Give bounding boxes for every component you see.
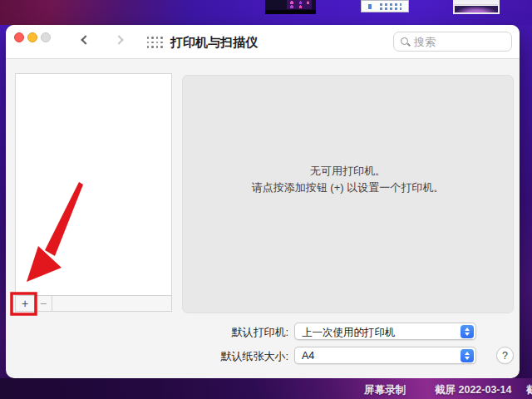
empty-state-line1: 无可用打印机。 — [183, 163, 513, 180]
screen-recording-label[interactable]: 屏幕录制 — [364, 383, 406, 397]
add-printer-button[interactable]: + — [16, 296, 35, 311]
thumbnail-icon — [368, 4, 372, 9]
chevron-right-icon — [114, 35, 123, 44]
printer-list-toolbar: + − — [15, 295, 172, 312]
thumbnail-text-row — [380, 3, 401, 6]
close-button[interactable] — [14, 32, 24, 42]
thumbnail-icons — [287, 0, 312, 9]
window-thumbnail-screenshot[interactable] — [453, 0, 500, 14]
search-field[interactable] — [393, 32, 512, 52]
search-icon — [401, 37, 408, 45]
titlebar: 打印机与扫描仪 — [6, 25, 520, 59]
minimize-button[interactable] — [27, 32, 37, 42]
window-thumbnail-dark[interactable] — [265, 0, 316, 14]
screenshot-label[interactable]: 截屏 2022-03-14 — [435, 383, 511, 397]
show-all-preferences-icon[interactable] — [145, 36, 164, 49]
default-paper-value: A4 — [302, 350, 314, 362]
thumbnail-titlebar — [455, 2, 498, 5]
thumbnail-content — [455, 6, 498, 12]
stepper-icon — [461, 349, 474, 362]
zoom-button-disabled — [41, 32, 51, 42]
stepper-icon — [461, 325, 474, 338]
default-paper-dropdown[interactable]: A4 — [294, 347, 476, 364]
chevron-left-icon — [81, 35, 90, 44]
page-title: 打印机与扫描仪 — [170, 35, 258, 51]
desktop-wallpaper-bottom: 屏幕录制 截屏 2022-03-14 截 — [0, 378, 532, 399]
forward-button[interactable] — [109, 32, 127, 51]
default-printer-value: 上一次使用的打印机 — [302, 326, 396, 340]
default-printer-dropdown[interactable]: 上一次使用的打印机 — [294, 323, 476, 340]
remove-printer-button[interactable]: − — [35, 296, 52, 311]
empty-state-line2: 请点按添加按钮 (+) 以设置一个打印机。 — [183, 180, 513, 196]
empty-state-message: 无可用打印机。 请点按添加按钮 (+) 以设置一个打印机。 — [183, 163, 513, 196]
printer-list[interactable] — [15, 73, 172, 295]
thumbnail-text-row — [380, 7, 401, 10]
desktop-wallpaper-top — [0, 0, 532, 25]
default-printer-label: 默认打印机: — [197, 325, 288, 340]
partial-label: 截 — [526, 383, 532, 397]
window-thumbnail-light[interactable] — [361, 0, 409, 12]
printer-detail-panel: 无可用打印机。 请点按添加按钮 (+) 以设置一个打印机。 — [182, 75, 514, 313]
help-button[interactable]: ? — [496, 347, 514, 364]
back-button[interactable] — [76, 32, 94, 51]
printers-scanners-window: 打印机与扫描仪 + − 无可用打印机。 请点按添加按钮 (+) 以设置一个打印机… — [6, 25, 520, 378]
thumbnail-dock-strip — [265, 10, 316, 14]
default-paper-label: 默认纸张大小: — [197, 349, 288, 364]
search-input[interactable] — [414, 32, 507, 51]
